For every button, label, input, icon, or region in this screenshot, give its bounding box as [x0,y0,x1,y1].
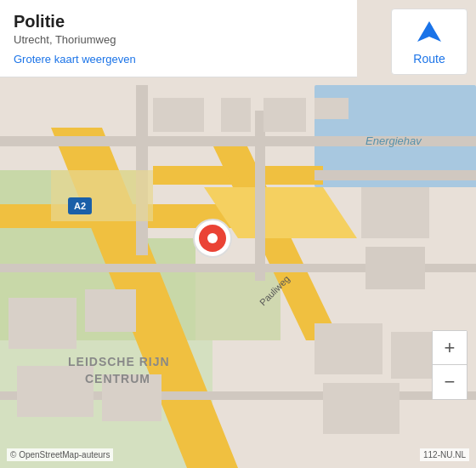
svg-rect-30 [323,383,400,434]
larger-map-link[interactable]: Grotere kaart weergeven [14,53,136,66]
svg-text:CENTRUM: CENTRUM [85,372,150,385]
svg-point-41 [207,233,218,243]
svg-rect-31 [51,170,153,221]
zoom-controls: + − [432,330,468,400]
svg-rect-25 [85,289,136,332]
attribution-right: 112-NU.NL [420,448,469,461]
location-title: Politie [14,12,343,31]
svg-rect-20 [264,98,306,132]
svg-rect-15 [314,170,476,180]
attribution-left: © OpenStreetMap-auteurs [7,448,113,461]
zoom-in-button[interactable]: + [433,331,467,365]
svg-rect-19 [221,98,251,132]
svg-rect-28 [314,323,382,374]
svg-rect-5 [196,272,280,340]
svg-rect-23 [366,247,425,289]
route-label: Route [413,52,445,66]
svg-rect-14 [255,111,265,281]
svg-rect-22 [361,187,429,238]
svg-text:LEIDSCHE RIJN: LEIDSCHE RIJN [68,355,170,368]
svg-text:A2: A2 [74,201,86,211]
svg-text:Energiehav: Energiehav [366,134,422,147]
location-subtitle: Utrecht, Thoriumweg [14,33,343,46]
svg-rect-26 [17,366,94,417]
svg-marker-42 [417,21,441,42]
svg-rect-21 [314,98,348,119]
zoom-out-button[interactable]: − [433,365,467,399]
route-button[interactable]: Route [391,9,468,75]
route-arrow-icon [414,18,445,49]
svg-rect-24 [8,298,76,349]
info-panel: Politie Utrecht, Thoriumweg Grotere kaar… [0,0,357,77]
svg-rect-18 [153,98,204,132]
